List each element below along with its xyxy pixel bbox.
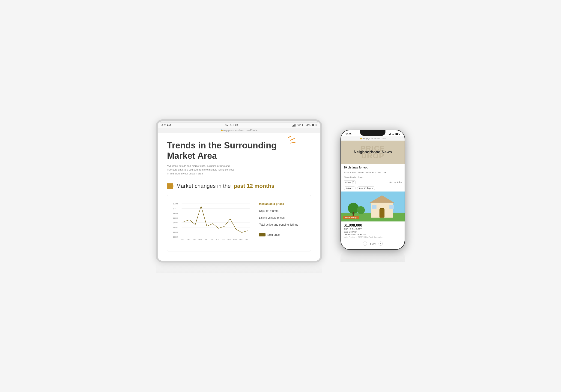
filter-circle-icon: +: [352, 181, 354, 184]
pagination-of: of: [372, 242, 374, 245]
pagination-next[interactable]: ›: [378, 241, 383, 246]
chart-area: $1.1M $1M $900K $800K $700K $600K $500K …: [173, 200, 252, 247]
filters-button[interactable]: Filters +: [344, 180, 356, 184]
listing-image: Active 85 days: [341, 192, 405, 221]
tablet-side-btn-1: [321, 182, 322, 187]
svg-line-9: [291, 142, 295, 143]
phone-time: 16:39: [345, 133, 352, 135]
sort-button[interactable]: Sort by: Price: [389, 181, 402, 184]
tablet-side-buttons: [321, 182, 322, 200]
tablet-battery: 50%: [306, 124, 311, 126]
active-tag-label: Active: [346, 187, 352, 189]
svg-text:FEB: FEB: [181, 239, 184, 241]
svg-rect-2: [294, 124, 295, 126]
market-changes-row: Market changes in the past 12 months: [167, 183, 311, 189]
listing-price: $1,998,000: [344, 223, 402, 227]
svg-text:$500K: $500K: [173, 231, 178, 233]
listing-info: $1,998,000 6 BR | 5 BA | SQFT 6002 Celli…: [341, 221, 405, 240]
scene: 6:23 AM Tue Feb 23: [130, 119, 431, 273]
legend-median-sold[interactable]: Median sold prices: [259, 202, 305, 206]
svg-rect-49: [379, 209, 385, 218]
listing-address-line1: 6002 Cellini St: [344, 231, 402, 233]
svg-text:OCT: OCT: [227, 239, 231, 241]
svg-text:APR: APR: [193, 239, 196, 241]
svg-text:JUN: JUN: [204, 239, 207, 241]
phone-status-icons: [388, 133, 400, 135]
accent-dashes-svg: [279, 136, 297, 147]
svg-text:$400K: $400K: [173, 236, 178, 238]
svg-line-8: [290, 138, 294, 140]
tablet-content: Trends in the Surrounding Market Area *A…: [158, 133, 320, 261]
tablet-browser-bar: 🔒 engage.cerverahub.com — Private: [158, 128, 320, 133]
wifi-icon: [298, 124, 301, 126]
svg-rect-6: [316, 124, 316, 126]
svg-rect-3: [295, 124, 295, 126]
svg-rect-5: [312, 124, 314, 126]
legend-sold-box: [259, 233, 266, 237]
price-line: [183, 206, 248, 233]
phone-price-range: $500K - $2M Coconut Grove, FL 33146, USA: [341, 170, 405, 175]
legend-days-market[interactable]: Days on market: [259, 209, 305, 213]
phone-property-types: Single-Family · Condo: [341, 175, 405, 180]
svg-point-53: [357, 206, 365, 214]
svg-text:NOV: NOV: [233, 239, 237, 241]
phone-side-left: [340, 149, 341, 163]
svg-text:$1M: $1M: [173, 208, 176, 210]
phone-battery-icon: [395, 133, 400, 135]
phone-screen: 16:39: [341, 130, 405, 249]
tablet-wrapper: 6:23 AM Tue Feb 23: [156, 119, 322, 273]
phone-browser-bar: 🔒 engage.cerverahub.com: [341, 136, 405, 141]
svg-rect-39: [389, 134, 389, 135]
tablet-device: 6:23 AM Tue Feb 23: [156, 119, 322, 263]
legend-sold-label: Sold price: [267, 233, 280, 237]
tablet-subtitle: *All listing details and market data, in…: [167, 164, 236, 175]
tablet-screen: 6:23 AM Tue Feb 23: [158, 123, 320, 261]
svg-text:SEP: SEP: [222, 239, 225, 241]
market-changes-highlight: past 12 months: [232, 183, 274, 189]
signal-icon: [292, 124, 296, 126]
active-filter-tag[interactable]: Active ▼: [344, 186, 356, 190]
market-changes-text: Market changes in the past 12 months: [176, 183, 274, 189]
phone-wrapper: 16:39: [340, 130, 405, 262]
phone-listings-header: 29 Listings for you: [341, 164, 405, 170]
last-90-label: Last 90 days: [359, 187, 371, 189]
svg-point-52: [348, 203, 359, 214]
svg-line-7: [288, 136, 291, 138]
chart-container: $1.1M $1M $900K $800K $700K $600K $500K …: [167, 195, 311, 251]
svg-text:$600K: $600K: [173, 227, 178, 229]
phone-filter-left: Filters +: [344, 180, 356, 184]
svg-rect-41: [390, 133, 390, 135]
tag-icon: [167, 183, 173, 189]
phone-side-right: [405, 153, 405, 163]
svg-rect-44: [399, 134, 400, 134]
lock-icon: 🔒: [221, 129, 223, 131]
legend-active-pending[interactable]: Total active and pending listings: [259, 223, 305, 227]
svg-text:JUL: JUL: [210, 239, 213, 241]
legend-sold-row: Sold price: [259, 233, 305, 237]
pagination-current: 1 of 6: [370, 242, 376, 245]
phone-tag-row: Active ▼ Last 90 days ▼: [341, 186, 405, 192]
price-chart-svg: $1.1M $1M $900K $800K $700K $600K $500K …: [173, 200, 252, 246]
phone-notch: [360, 130, 386, 136]
svg-text:DEC: DEC: [239, 239, 242, 241]
pagination-prev[interactable]: ‹: [363, 241, 367, 246]
svg-text:$900K: $900K: [173, 213, 178, 215]
active-badge: Active 85 days: [343, 216, 359, 219]
accent-dashes: [279, 136, 297, 148]
battery-icon: [312, 124, 316, 126]
phone-url: engage.cerverahub.com: [363, 137, 386, 140]
svg-text:$800K: $800K: [173, 217, 178, 219]
tablet-date: Tue Feb 23: [225, 124, 238, 126]
tablet-status-icons: 50%: [292, 124, 316, 126]
listing-agent: Listing Provided by RE/MAX | First Realt…: [344, 236, 402, 238]
filters-label: Filters: [345, 181, 351, 184]
svg-text:$1.1M: $1.1M: [173, 203, 178, 205]
svg-rect-38: [388, 134, 388, 135]
legend-listing-sold[interactable]: Listing vs sold prices: [259, 216, 305, 220]
phone-hero-title: Neighborhood News: [354, 150, 392, 155]
last-90-days-tag[interactable]: Last 90 days ▼: [357, 186, 375, 190]
tablet-private-label: Private: [250, 129, 258, 132]
svg-text:$700K: $700K: [173, 222, 178, 224]
chart-legend: Median sold prices Days on market Listin…: [259, 200, 305, 247]
svg-rect-50: [372, 205, 377, 209]
